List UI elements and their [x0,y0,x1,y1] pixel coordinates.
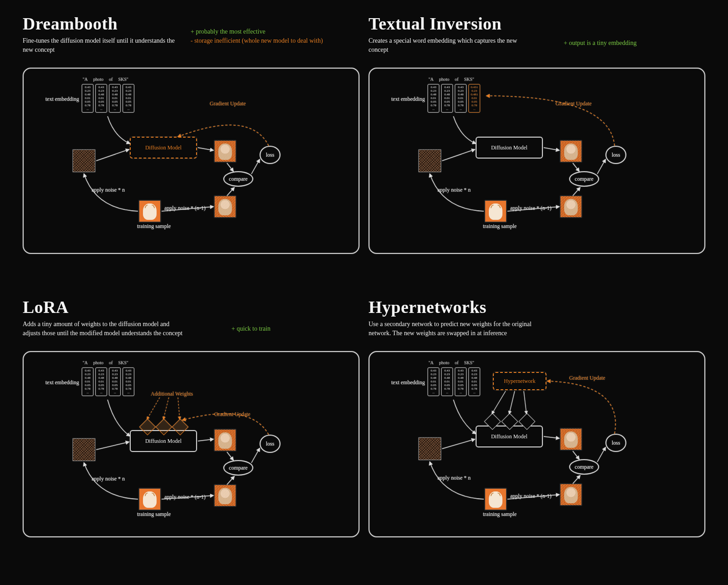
compare-node: compare [223,460,253,476]
noise-image [418,437,441,460]
embed-columns: 0.430.230.480.010.050.78... 0.430.230.48… [428,367,480,396]
frame-dreambooth: "A photo of SKS" text embedding 0.430.23… [23,68,359,254]
target-noisy-img [560,484,582,506]
diffusion-model-box: Diffusion Model [476,137,543,159]
noise-image [73,438,95,461]
noise-image [418,149,441,172]
output-noisy-img [214,140,236,162]
panel-dreambooth: Dreambooth Fine-tunes the diffusion mode… [23,14,359,288]
target-noisy-img [560,196,582,218]
panel-hypernetworks: Hypernetworks Use a secondary network to… [369,297,705,571]
training-sample-label: training sample [483,511,516,518]
gradient-update-label: Gradient Update [214,411,251,418]
target-noisy-img [214,485,236,506]
output-noisy-img [560,428,582,450]
con-dreambooth: - storage inefficient (whole new model t… [191,36,323,45]
output-noisy-img [214,429,236,451]
training-sample-img [485,200,507,222]
prompt-words: "A photo of SKS" [83,360,128,365]
prompt-words: "A photo of SKS" [83,77,128,82]
gradient-update-label: Gradient Update [569,375,605,382]
apply-noise-n: apply noise * n [438,475,471,481]
loss-node: loss [605,146,626,164]
pro-lora: + quick to train [231,324,271,333]
output-noisy-img [560,140,582,162]
loss-node: loss [260,146,280,164]
trained-embedding-col: 0.4310.230.4810.010.050.78... [468,84,480,112]
compare-node: compare [569,171,599,187]
loss-node: loss [605,434,626,452]
training-sample-label: training sample [137,223,171,230]
apply-noise-n1: apply noise * (n-1) [164,205,206,212]
desc-hn: Use a secondary network to predict new w… [369,320,532,337]
panel-lora: LoRA Adds a tiny amount of weights to th… [23,297,359,571]
training-sample-img [139,200,161,222]
additional-weights-label: Additional Weights [151,391,193,397]
diffusion-model-box: Diffusion Model [130,137,197,159]
training-sample-img [485,488,507,510]
apply-noise-n1: apply noise * (n-1) [164,494,206,501]
embed-columns: 0.430.230.480.010.050.78... 0.430.230.48… [82,367,134,396]
pros-dreambooth: + probably the most effective - storage … [191,27,323,45]
desc-dreambooth: Fine-tunes the diffusion model itself un… [23,36,186,54]
apply-noise-n: apply noise * n [92,476,125,482]
pro-dreambooth: + probably the most effective [191,27,323,36]
training-sample-img [139,488,161,510]
compare-node: compare [569,459,599,475]
embed-label: text embedding [45,379,79,386]
prompt-words: "A photo of SKS" [428,77,474,82]
title-ti: Textual Inversion [369,14,705,34]
pros-lora: + quick to train [231,324,271,333]
pro-ti: + output is a tiny embedding [564,39,637,48]
desc-lora: Adds a tiny amount of weights to the dif… [23,320,186,337]
hypernetwork-box: Hypernetwork [493,372,546,390]
apply-noise-n: apply noise * n [92,187,125,193]
embed-label: text embedding [391,379,425,386]
frame-ti: "A photo of SKS" text embedding 0.430.23… [369,68,705,254]
embed-columns: 0.430.230.480.010.050.78... 0.430.230.48… [428,84,480,112]
apply-noise-n1: apply noise * (n-1) [510,493,551,500]
title-lora: LoRA [23,297,359,317]
embed-label: text embedding [45,96,79,103]
embed-label: text embedding [391,96,425,103]
training-sample-label: training sample [483,223,516,230]
apply-noise-n: apply noise * n [438,187,471,193]
compare-node: compare [223,171,253,187]
target-noisy-img [214,196,236,218]
training-sample-label: training sample [137,511,171,518]
loss-node: loss [260,435,280,453]
noise-image [73,149,95,172]
desc-ti: Creates a special word embedding which c… [369,36,532,54]
gradient-update-label: Gradient Update [210,100,246,107]
frame-hn: "A photo of SKS" text embedding 0.430.23… [369,351,705,537]
frame-lora: "A photo of SKS" text embedding 0.430.23… [23,351,359,537]
embed-columns: 0.430.230.480.010.050.78... 0.430.230.48… [82,84,134,112]
apply-noise-n1: apply noise * (n-1) [510,205,551,212]
pros-ti: + output is a tiny embedding [564,39,637,48]
prompt-words: "A photo of SKS" [428,360,474,365]
panel-textual-inversion: Textual Inversion Creates a special word… [369,14,705,288]
gradient-update-label: Gradient Update [556,100,592,107]
title-hn: Hypernetworks [369,297,705,317]
